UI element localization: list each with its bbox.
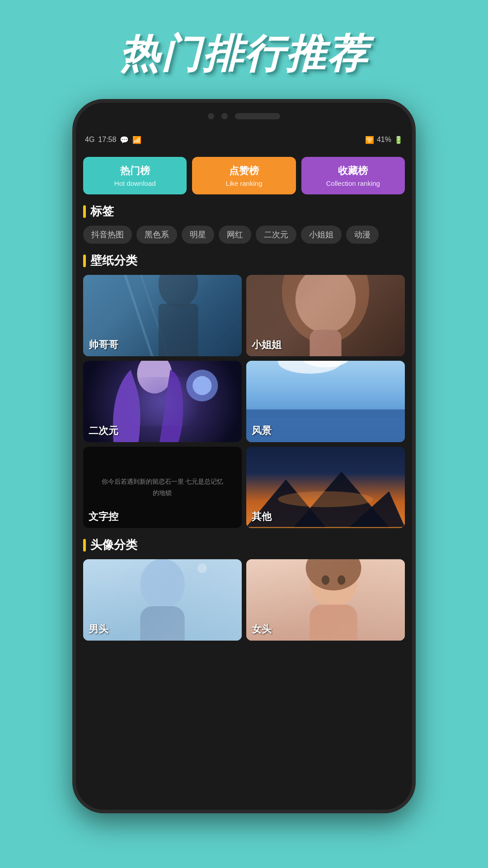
phone-frame: 4G 17:58 💬 📶 🛜 41% 🔋 热门榜 Hot download 点赞… [72,99,416,813]
tab-row: 热门榜 Hot download 点赞榜 Like ranking 收藏榜 Co… [83,157,405,194]
wallpaper-section-title: 壁纸分类 [83,253,405,269]
wallpaper-item-wenzi[interactable]: 你今后若遇到新的留恋石一里 七元是总记忆的地锁 文字控 [83,447,242,528]
tag-douyin[interactable]: 抖音热图 [83,226,132,244]
wallpaper-label-wenzi: 文字控 [89,510,118,524]
svg-rect-4 [159,304,198,356]
svg-rect-8 [310,330,341,356]
wallpaper-title-text: 壁纸分类 [90,253,137,269]
wallpaper-label-fengjing: 风景 [252,424,272,438]
tab-hot-sub: Hot download [114,179,156,187]
tag-erciyan[interactable]: 二次元 [256,226,296,244]
avatar-item-male[interactable]: 男头 [83,559,242,641]
tab-like-ranking[interactable]: 点赞榜 Like ranking [192,157,296,194]
wallpaper-grid: 帅哥哥 [83,275,405,528]
wallpaper-label-shuai: 帅哥哥 [89,338,118,352]
wallpaper-item-fengjing[interactable]: 风景 [246,361,405,442]
wallpaper-label-jiejie: 小姐姐 [252,338,282,352]
svg-rect-33 [310,605,357,641]
battery-icon: 🔋 [394,136,403,144]
status-bar: 4G 17:58 💬 📶 🛜 41% 🔋 [76,130,412,150]
tags-row: 抖音热图 黑色系 明星 网红 二次元 小姐姐 动漫 [83,226,405,244]
svg-point-34 [322,576,330,585]
tab-hot-download[interactable]: 热门榜 Hot download [83,157,187,194]
wallpaper-label-anime: 二次元 [89,424,118,438]
avatar-section-title: 头像分类 [83,537,405,553]
wenzi-content: 你今后若遇到新的留恋石一里 七元是总记忆的地锁 [91,467,234,508]
page-title: 热门排行推荐 [119,27,369,81]
svg-point-12 [192,376,211,395]
network-icon: 📶 [132,136,141,144]
wallpaper-item-anime[interactable]: 二次元 [83,361,242,442]
avatar-grid: 男头 [83,559,405,641]
notch-dot-2 [221,113,228,119]
svg-point-27 [197,563,207,573]
status-right: 🛜 41% 🔋 [365,136,403,144]
notch-dot-1 [208,113,214,119]
wallpaper-label-qita: 其他 [252,510,272,524]
tab-like-main: 点赞榜 [229,164,259,178]
svg-rect-22 [246,527,405,528]
avatar-section: 头像分类 [83,537,405,641]
section-bar-avatar [83,539,86,552]
wallpaper-item-shuai[interactable]: 帅哥哥 [83,275,242,356]
tags-section-title: 标签 [83,203,405,219]
notch-pill [235,113,280,119]
svg-point-28 [140,559,184,609]
tag-wanghong[interactable]: 网红 [219,226,251,244]
svg-rect-29 [140,606,184,641]
wifi-icon: 🛜 [365,136,374,144]
svg-point-11 [186,370,218,401]
tag-xiaojiejie[interactable]: 小姐姐 [301,226,342,244]
section-bar-wallpaper [83,255,86,267]
avatar-title-text: 头像分类 [90,537,137,553]
section-bar-tags [83,205,86,218]
tab-collection-sub: Collection ranking [326,179,380,187]
avatar-label-male: 男头 [89,623,108,636]
tab-hot-main: 热门榜 [120,164,150,178]
tab-collection-ranking[interactable]: 收藏榜 Collection ranking [301,157,405,194]
wallpaper-item-jiejie[interactable]: 小姐姐 [246,275,405,356]
tag-dongman[interactable]: 动漫 [346,226,379,244]
svg-point-23 [278,491,373,507]
avatar-item-female[interactable]: 女头 [246,559,405,641]
phone-content[interactable]: 热门榜 Hot download 点赞榜 Like ranking 收藏榜 Co… [76,150,412,810]
status-left: 4G 17:58 💬 📶 [85,136,141,144]
avatar-label-female: 女头 [252,623,272,636]
status-time: 17:58 [98,136,116,144]
wallpaper-item-qita[interactable]: 其他 [246,447,405,528]
svg-point-10 [137,361,172,393]
signal-text: 4G [85,136,94,144]
tag-mingxing[interactable]: 明星 [182,226,214,244]
tab-like-sub: Like ranking [226,179,263,187]
battery-text: 41% [377,136,391,144]
tab-collection-main: 收藏榜 [338,164,368,178]
wechat-icon: 💬 [120,136,129,144]
svg-point-35 [338,576,346,585]
phone-notch [76,103,412,130]
tag-heise[interactable]: 黑色系 [136,226,177,244]
tags-title-text: 标签 [90,203,114,219]
